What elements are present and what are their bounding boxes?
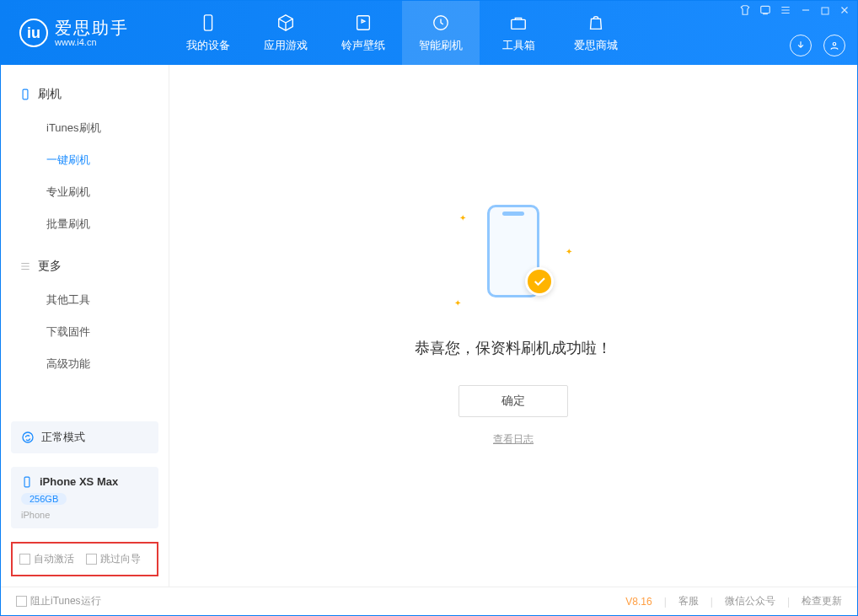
sidebar-item[interactable]: 专业刷机: [1, 176, 169, 208]
svg-rect-9: [24, 477, 29, 487]
success-message: 恭喜您，保资料刷机成功啦！: [415, 338, 612, 358]
nav-label: 应用游戏: [264, 38, 308, 53]
nav-toolbox[interactable]: 工具箱: [480, 1, 557, 65]
header-actions: [790, 35, 845, 56]
feedback-icon[interactable]: [759, 4, 771, 19]
nav-label: 爱思商城: [574, 38, 618, 53]
highlighted-options: 自动激活 跳过向导: [11, 542, 158, 576]
check-badge-icon: [525, 267, 554, 296]
device-box[interactable]: iPhone XS Max 256GB iPhone: [11, 467, 158, 528]
footer-link-support[interactable]: 客服: [678, 594, 699, 608]
bag-icon: [586, 13, 606, 33]
svg-rect-1: [357, 16, 370, 30]
nav-label: 智能刷机: [419, 38, 463, 53]
logo: iu 爱思助手 www.i4.cn: [1, 19, 169, 47]
main-nav: 我的设备应用游戏铃声壁纸智能刷机工具箱爱思商城: [169, 1, 635, 65]
user-icon[interactable]: [823, 35, 845, 56]
more-icon: [19, 260, 31, 272]
svg-rect-5: [822, 8, 829, 14]
device-type: iPhone: [21, 510, 50, 520]
sidebar-item[interactable]: iTunes刷机: [1, 112, 169, 144]
shield-icon: [431, 13, 451, 33]
logo-subtitle: www.i4.cn: [55, 38, 129, 47]
nav-bag[interactable]: 爱思商城: [557, 1, 635, 65]
main-panel: ✦✦✦ 恭喜您，保资料刷机成功啦！ 确定 查看日志: [169, 65, 857, 587]
svg-rect-7: [23, 89, 28, 99]
footer-link-update[interactable]: 检查更新: [802, 594, 842, 608]
svg-rect-4: [761, 6, 770, 13]
svg-rect-3: [512, 19, 526, 29]
footer: 阻止iTunes运行 V8.16 | 客服 | 微信公众号 | 检查更新: [1, 587, 857, 615]
svg-point-6: [833, 43, 836, 46]
body: 刷机iTunes刷机一键刷机专业刷机批量刷机更多其他工具下载固件高级功能 正常模…: [1, 65, 857, 587]
minimize-icon[interactable]: [800, 4, 812, 19]
header: iu 爱思助手 www.i4.cn 我的设备应用游戏铃声壁纸智能刷机工具箱爱思商…: [1, 1, 857, 65]
sidebar: 刷机iTunes刷机一键刷机专业刷机批量刷机更多其他工具下载固件高级功能 正常模…: [1, 65, 169, 587]
phone-icon: [19, 88, 31, 100]
phone-icon: [21, 476, 33, 488]
svg-rect-0: [204, 15, 212, 30]
storage-badge: 256GB: [21, 493, 67, 505]
sidebar-item[interactable]: 批量刷机: [1, 208, 169, 240]
nav-label: 工具箱: [502, 38, 535, 53]
device-name: iPhone XS Max: [40, 475, 118, 488]
ok-button[interactable]: 确定: [458, 385, 568, 417]
nav-cube[interactable]: 应用游戏: [247, 1, 324, 65]
mode-label: 正常模式: [41, 430, 85, 445]
sidebar-group-title: 刷机: [1, 80, 169, 109]
cube-icon: [276, 13, 296, 33]
nav-label: 我的设备: [186, 38, 230, 53]
toolbox-icon: [508, 13, 528, 33]
sidebar-item[interactable]: 高级功能: [1, 348, 169, 380]
close-icon[interactable]: [839, 4, 850, 19]
nav-device[interactable]: 我的设备: [169, 1, 247, 65]
auto-activate-checkbox[interactable]: 自动激活: [19, 552, 74, 566]
download-icon[interactable]: [790, 35, 812, 56]
success-illustration: ✦✦✦: [454, 205, 572, 314]
sidebar-item[interactable]: 下载固件: [1, 316, 169, 348]
view-log-link[interactable]: 查看日志: [493, 432, 534, 447]
tshirt-icon[interactable]: [739, 4, 751, 19]
app-window: iu 爱思助手 www.i4.cn 我的设备应用游戏铃声壁纸智能刷机工具箱爱思商…: [0, 0, 858, 616]
sidebar-item[interactable]: 其他工具: [1, 284, 169, 316]
logo-icon: iu: [19, 19, 48, 47]
music-icon: [353, 13, 373, 33]
nav-shield[interactable]: 智能刷机: [402, 1, 480, 65]
skip-guide-checkbox[interactable]: 跳过向导: [86, 552, 141, 566]
logo-title: 爱思助手: [55, 19, 129, 36]
sidebar-item[interactable]: 一键刷机: [1, 144, 169, 176]
nav-music[interactable]: 铃声壁纸: [324, 1, 402, 65]
footer-link-wechat[interactable]: 微信公众号: [725, 594, 775, 608]
sidebar-group-title: 更多: [1, 252, 169, 281]
device-icon: [198, 13, 218, 33]
maximize-icon[interactable]: [820, 4, 830, 19]
block-itunes-checkbox[interactable]: 阻止iTunes运行: [16, 594, 101, 608]
mode-box[interactable]: 正常模式: [11, 421, 158, 453]
menu-icon[interactable]: [780, 4, 791, 19]
version-label: V8.16: [625, 596, 652, 608]
sync-icon: [21, 431, 35, 444]
nav-label: 铃声壁纸: [341, 38, 385, 53]
window-controls: [739, 4, 850, 19]
